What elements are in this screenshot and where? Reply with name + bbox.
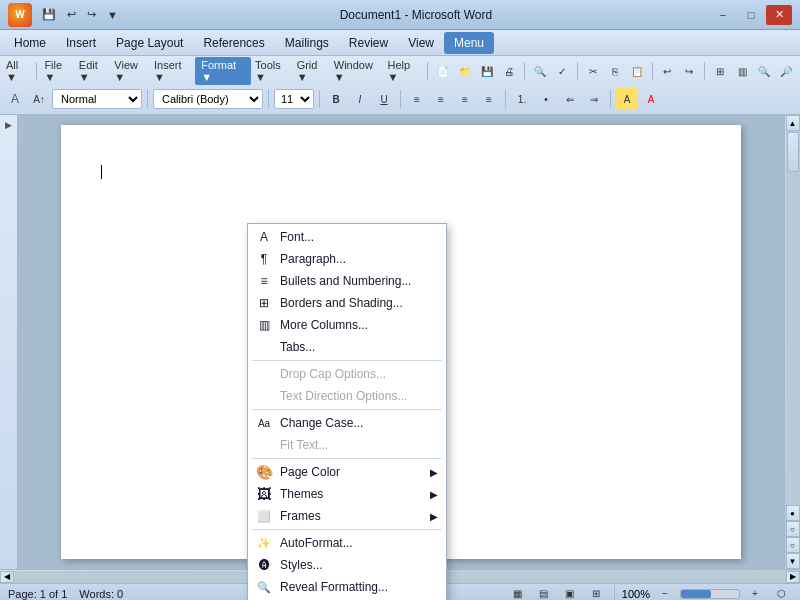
fittext-icon: [254, 437, 274, 453]
layout-btn-1[interactable]: ▦: [507, 583, 529, 601]
tb-btn-cut[interactable]: ✂: [583, 60, 603, 82]
menu-font[interactable]: A Font...: [248, 226, 446, 248]
menu-changecase[interactable]: Aa Change Case...: [248, 412, 446, 434]
tb-btn-redo[interactable]: ↪: [679, 60, 699, 82]
layout-btn-4[interactable]: ⊞: [585, 583, 607, 601]
zoom-in-btn[interactable]: +: [744, 583, 766, 601]
zoom-out-btn[interactable]: −: [654, 583, 676, 601]
menu-columns[interactable]: ▥ More Columns...: [248, 314, 446, 336]
quick-access-toolbar: 💾 ↩ ↪ ▼: [38, 6, 122, 23]
scroll-right-btn[interactable]: ▶: [786, 571, 800, 583]
tb-underline[interactable]: U: [373, 88, 395, 110]
sep-12: [610, 90, 611, 108]
scroll-down-btn[interactable]: ▼: [786, 553, 800, 569]
tb-btn-print[interactable]: 🖨: [499, 60, 519, 82]
save-quick-btn[interactable]: 💾: [38, 6, 60, 23]
tb-highlight[interactable]: A: [616, 88, 638, 110]
style-dropdown[interactable]: Normal: [52, 89, 142, 109]
tb-btn-1[interactable]: 📄: [433, 60, 453, 82]
scroll-btn-circle-3[interactable]: ○: [786, 537, 800, 553]
tb-list-bul[interactable]: •: [535, 88, 557, 110]
tb-btn-copy[interactable]: ⎘: [605, 60, 625, 82]
tb-btn-zoom-in[interactable]: 🔍: [754, 60, 774, 82]
menu-paragraph[interactable]: ¶ Paragraph...: [248, 248, 446, 270]
layout-btn-2[interactable]: ▤: [533, 583, 555, 601]
tb-indent-inc[interactable]: ⇒: [583, 88, 605, 110]
insert-menu-label[interactable]: Insert ▼: [152, 59, 193, 83]
close-button[interactable]: ✕: [766, 5, 792, 25]
tb-align-left[interactable]: ≡: [406, 88, 428, 110]
maximize-button[interactable]: □: [738, 5, 764, 25]
tb-justify[interactable]: ≡: [478, 88, 500, 110]
format-menu-label[interactable]: Format ▼: [195, 57, 251, 85]
menu-bullets[interactable]: ≡ Bullets and Numbering...: [248, 270, 446, 292]
layout-btn-3[interactable]: ▣: [559, 583, 581, 601]
tb-italic[interactable]: I: [349, 88, 371, 110]
menu-tabs[interactable]: Tabs...: [248, 336, 446, 358]
tb-btn-spellcheck[interactable]: ✓: [552, 60, 572, 82]
tb-bold[interactable]: B: [325, 88, 347, 110]
tb-btn-2[interactable]: 📁: [455, 60, 475, 82]
menu-themes[interactable]: 🖼 Themes ▶: [248, 483, 446, 505]
edit-menu-label[interactable]: Edit ▼: [77, 59, 111, 83]
side-btn-1[interactable]: ▶: [1, 117, 17, 133]
font-dropdown[interactable]: Calibri (Body): [153, 89, 263, 109]
undo-quick-btn[interactable]: ↩: [63, 6, 80, 23]
menu-references[interactable]: References: [193, 32, 274, 54]
sep-2: [427, 62, 428, 80]
tb-font-color[interactable]: A: [4, 88, 26, 110]
grid-menu-label[interactable]: Grid ▼: [295, 59, 330, 83]
tb-align-right[interactable]: ≡: [454, 88, 476, 110]
scroll-thumb[interactable]: [787, 132, 799, 172]
themes-icon: 🖼: [254, 486, 274, 502]
menu-divider-4: [252, 529, 442, 530]
menu-reveal[interactable]: 🔍 Reveal Formatting...: [248, 576, 446, 598]
menu-styles[interactable]: 🅐 Styles...: [248, 554, 446, 576]
customize-quick-btn[interactable]: ▼: [103, 7, 122, 23]
tb-btn-zoom-out[interactable]: 🔎: [776, 60, 796, 82]
redo-quick-btn[interactable]: ↪: [83, 6, 100, 23]
right-scrollbar: ▲ ● ○ ○ ▼: [784, 115, 800, 569]
sep-8: [268, 90, 269, 108]
scroll-track[interactable]: [786, 131, 800, 505]
fit-window-btn[interactable]: ⬡: [770, 583, 792, 601]
menu-autoformat[interactable]: ✨ AutoFormat...: [248, 532, 446, 554]
zoom-slider-thumb[interactable]: [681, 590, 711, 598]
menu-insert[interactable]: Insert: [56, 32, 106, 54]
scroll-btn-circle-1[interactable]: ●: [786, 505, 800, 521]
menu-pagecolor[interactable]: 🎨 Page Color ▶: [248, 461, 446, 483]
menu-home[interactable]: Home: [4, 32, 56, 54]
tb-align-center[interactable]: ≡: [430, 88, 452, 110]
tb-btn-cols[interactable]: ▥: [732, 60, 752, 82]
tb-font-color-2[interactable]: A: [640, 88, 662, 110]
scroll-up-btn[interactable]: ▲: [786, 115, 800, 131]
window-menu-label[interactable]: Window ▼: [332, 59, 384, 83]
minimize-button[interactable]: −: [710, 5, 736, 25]
help-menu-label[interactable]: Help ▼: [385, 59, 422, 83]
menu-menu[interactable]: Menu: [444, 32, 494, 54]
menu-borders[interactable]: ⊞ Borders and Shading...: [248, 292, 446, 314]
tb-btn-table[interactable]: ⊞: [710, 60, 730, 82]
menu-page-layout[interactable]: Page Layout: [106, 32, 193, 54]
scroll-btn-circle-2[interactable]: ○: [786, 521, 800, 537]
tb-btn-paste[interactable]: 📋: [627, 60, 647, 82]
scroll-left-btn[interactable]: ◀: [0, 571, 14, 583]
sep-6: [704, 62, 705, 80]
tb-list-num[interactable]: 1.: [511, 88, 533, 110]
menu-review[interactable]: Review: [339, 32, 398, 54]
tabs-icon: [254, 339, 274, 355]
menu-mailings[interactable]: Mailings: [275, 32, 339, 54]
view-menu-label[interactable]: View ▼: [112, 59, 150, 83]
size-dropdown[interactable]: 11: [274, 89, 314, 109]
menu-frames[interactable]: ⬜ Frames ▶: [248, 505, 446, 527]
tb-font-size-up[interactable]: A↑: [28, 88, 50, 110]
tb-btn-preview[interactable]: 🔍: [530, 60, 550, 82]
zoom-slider-track[interactable]: [680, 589, 740, 599]
tb-btn-3[interactable]: 💾: [477, 60, 497, 82]
menu-view[interactable]: View: [398, 32, 444, 54]
menu-divider-1: [252, 360, 442, 361]
tb-indent-dec[interactable]: ⇐: [559, 88, 581, 110]
tools-menu-label[interactable]: Tools ▼: [253, 59, 293, 83]
tb-btn-undo[interactable]: ↩: [657, 60, 677, 82]
file-menu-label[interactable]: File ▼: [42, 59, 74, 83]
